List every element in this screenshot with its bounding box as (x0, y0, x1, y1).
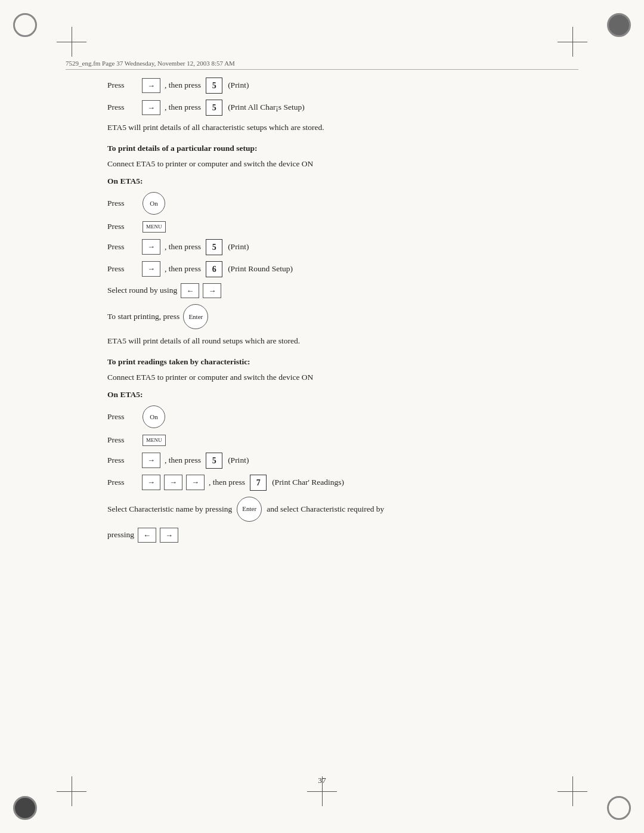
page-number: 37 (318, 776, 326, 785)
arrow-button-8[interactable]: → (186, 475, 205, 490)
press-label-3: Press (107, 197, 140, 209)
on-button-2[interactable]: On (143, 405, 165, 428)
press-label-2: Press (107, 101, 140, 113)
page: 7529_eng.fm Page 37 Wednesday, November … (0, 0, 644, 833)
press-label-6: Press (107, 263, 140, 275)
enter-label-2: Enter (242, 504, 256, 514)
press-label-9: Press (107, 454, 140, 466)
on-btn-label-2: On (150, 412, 157, 422)
select-char-text2: and select Characteristic required by (267, 503, 384, 515)
on-btn-label-1: On (150, 199, 157, 209)
then-press-6: , then press (209, 476, 245, 488)
left-arrow-btn-2[interactable]: ← (138, 528, 156, 543)
crosshair-bl (57, 776, 86, 806)
menu-btn-label-1: MENU (146, 223, 162, 231)
section2-heading: To print details of a particular round s… (107, 143, 566, 154)
num-button-5-3[interactable]: 5 (206, 239, 222, 255)
crosshair-tl (57, 27, 86, 57)
corner-circle-bl (13, 796, 37, 820)
section1-info: ETA5 will print details of all character… (107, 122, 566, 134)
press-label-5: Press (107, 241, 140, 253)
section3-press-menu: Press MENU (107, 434, 566, 446)
header-text: 7529_eng.fm Page 37 Wednesday, November … (66, 60, 235, 67)
page-header: 7529_eng.fm Page 37 Wednesday, November … (66, 60, 578, 70)
section2-start: To start printing, press Enter (107, 304, 566, 329)
label-print-round: (Print Round Setup) (228, 263, 293, 275)
press-label-1: Press (107, 79, 140, 91)
select-text: Select round by using (107, 284, 177, 296)
press-label-7: Press (107, 411, 140, 423)
section2-on-eta5: On ETA5: (107, 175, 566, 187)
section3-select: Select Characteristic name by pressing E… (107, 497, 566, 522)
right-arrow-btn-2[interactable]: → (160, 528, 178, 543)
menu-btn-label-2: MENU (146, 436, 162, 445)
section1-row2: Press → , then press 5 (Print All Char¡s… (107, 100, 566, 116)
arrow-button-4[interactable]: → (142, 261, 160, 277)
num-button-5-1[interactable]: 5 (206, 78, 222, 94)
num-button-6[interactable]: 6 (206, 261, 222, 277)
section2-info: ETA5 will print details of all round set… (107, 335, 566, 348)
pressing-text: pressing (107, 529, 134, 541)
arrow-button-1[interactable]: → (142, 78, 160, 94)
num-button-7[interactable]: 7 (250, 475, 267, 491)
section2-row1: Press → , then press 5 (Print) (107, 239, 566, 255)
press-label-4: Press (107, 221, 140, 233)
then-press-3: , then press (165, 241, 201, 253)
section3-press-on: Press On (107, 405, 566, 428)
on-button-1[interactable]: On (143, 192, 165, 215)
menu-button-2[interactable]: MENU (143, 435, 166, 447)
corner-circle-tl (13, 13, 37, 37)
arrow-button-2[interactable]: → (142, 100, 160, 116)
section3-heading: To print readings taken by characteristi… (107, 356, 566, 368)
arrow-button-6[interactable]: → (142, 475, 160, 490)
menu-button-1[interactable]: MENU (143, 221, 166, 233)
corner-circle-tr (607, 13, 631, 37)
label-print-char: (Print Char' Readings) (272, 476, 344, 488)
then-press-4: , then press (165, 263, 201, 275)
num-button-5-2[interactable]: 5 (206, 100, 222, 116)
section2-row2: Press → , then press 6 (Print Round Setu… (107, 261, 566, 277)
corner-circle-br (607, 796, 631, 820)
section2-select: Select round by using ← → (107, 283, 566, 299)
then-press-1: , then press (165, 79, 201, 91)
arrow-button-3[interactable]: → (142, 239, 160, 255)
then-press-5: , then press (165, 454, 201, 466)
select-char-text: Select Characteristic name by pressing (107, 503, 232, 515)
left-arrow-btn-1[interactable]: ← (181, 283, 199, 299)
section2-press-menu: Press MENU (107, 221, 566, 233)
label-print-1: (Print) (228, 79, 249, 91)
num-button-5-4[interactable]: 5 (206, 453, 222, 469)
arrow-button-7[interactable]: → (164, 475, 182, 490)
crosshair-tr (558, 27, 587, 57)
section3-on-eta5: On ETA5: (107, 389, 566, 401)
right-arrow-btn-1[interactable]: → (203, 283, 221, 299)
label-print-2: (Print) (228, 241, 249, 253)
enter-label-1: Enter (188, 312, 203, 322)
press-label-10: Press (107, 476, 140, 488)
section2-press-on: Press On (107, 192, 566, 215)
arrow-button-5[interactable]: → (142, 453, 160, 468)
crosshair-br (558, 776, 587, 806)
section3-connect: Connect ETA5 to printer or computer and … (107, 371, 566, 384)
then-press-2: , then press (165, 101, 201, 113)
label-print-all: (Print All Char¡s Setup) (228, 101, 305, 113)
section3-row2: Press → → → , then press 7 (Print Char' … (107, 475, 566, 491)
section2-connect: Connect ETA5 to printer or computer and … (107, 158, 566, 171)
press-label-8: Press (107, 434, 140, 446)
section3-row1: Press → , then press 5 (Print) (107, 453, 566, 469)
label-print-3: (Print) (228, 454, 249, 466)
start-text: To start printing, press (107, 311, 179, 323)
enter-button-2[interactable]: Enter (237, 497, 262, 522)
main-content: Press → , then press 5 (Print) Press → ,… (107, 78, 566, 549)
enter-button-1[interactable]: Enter (183, 304, 208, 329)
section3-pressing: pressing ← → (107, 528, 566, 543)
section1-row1: Press → , then press 5 (Print) (107, 78, 566, 94)
